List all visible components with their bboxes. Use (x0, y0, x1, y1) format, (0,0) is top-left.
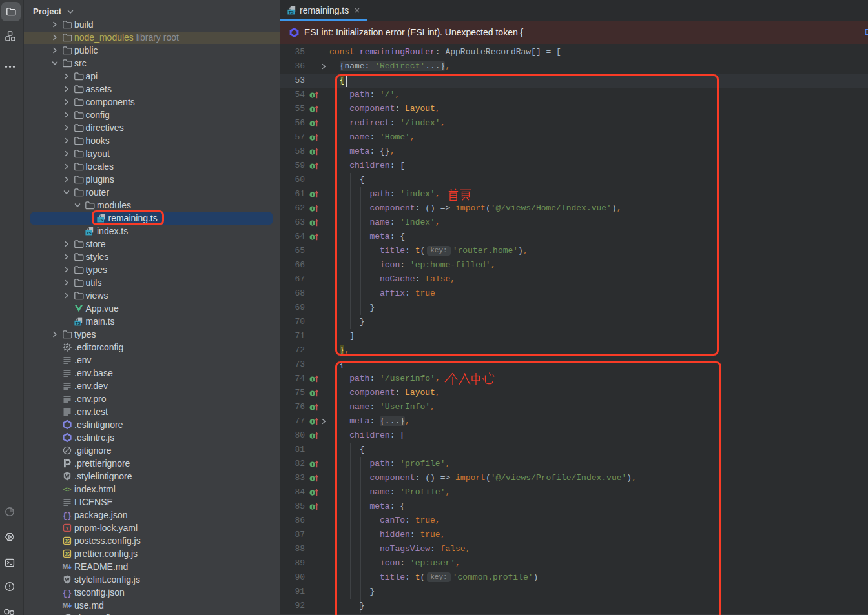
svg-text:JS: JS (65, 552, 70, 556)
svg-text:M: M (63, 563, 68, 570)
svg-text:TS: TS (289, 10, 294, 14)
svg-text:{}: {} (63, 589, 72, 598)
svg-text:JS: JS (65, 539, 70, 543)
svg-text:Y: Y (65, 525, 69, 531)
svg-text:M: M (63, 601, 68, 609)
svg-text:<>: <> (63, 486, 72, 494)
svg-text:TS: TS (75, 321, 80, 325)
svg-text:TS: TS (87, 230, 92, 235)
svg-text:{}: {} (63, 511, 72, 520)
